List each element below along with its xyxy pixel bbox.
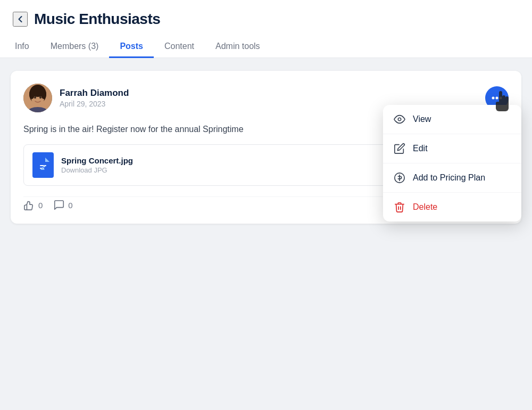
svg-point-10 (492, 97, 495, 100)
comment-action[interactable]: 0 (53, 199, 72, 211)
page-title: Music Enthusiasts (34, 11, 160, 28)
like-icon (23, 199, 35, 211)
post-author: Farrah Diamond April 29, 2023 (23, 84, 129, 112)
like-action[interactable]: 0 (23, 199, 43, 211)
author-info: Farrah Diamond April 29, 2023 (60, 88, 129, 108)
tab-posts[interactable]: Posts (109, 36, 154, 58)
attachment-download: Download JPG (61, 166, 133, 174)
avatar (23, 84, 52, 112)
dropdown-menu: View Edit Add to Pricing Plan (383, 105, 521, 222)
attachment-info: Spring Concert.jpg Download JPG (61, 156, 133, 174)
dropdown-item-view[interactable]: View (383, 105, 521, 134)
back-button[interactable] (13, 12, 28, 27)
dropdown-view-label: View (413, 114, 431, 124)
comment-icon (53, 199, 65, 211)
dropdown-item-delete[interactable]: Delete (383, 193, 521, 222)
dollar-icon (394, 172, 405, 184)
svg-point-11 (496, 97, 498, 100)
tab-admin-tools[interactable]: Admin tools (205, 36, 271, 58)
header-top: Music Enthusiasts (13, 11, 519, 28)
main-content: Farrah Diamond April 29, 2023 Spring is … (0, 58, 532, 236)
svg-point-7 (39, 96, 41, 99)
author-date: April 29, 2023 (60, 100, 129, 108)
tab-info[interactable]: Info (13, 36, 40, 58)
svg-point-12 (500, 97, 502, 100)
tab-members[interactable]: Members (3) (40, 36, 110, 58)
dropdown-edit-label: Edit (413, 144, 428, 153)
svg-point-6 (34, 96, 36, 99)
edit-icon (394, 143, 405, 154)
like-count: 0 (38, 201, 43, 210)
svg-point-4 (29, 89, 35, 99)
tab-content[interactable]: Content (154, 36, 205, 58)
comment-count: 0 (68, 201, 72, 210)
header: Music Enthusiasts Info Members (3) Posts… (0, 0, 532, 58)
dropdown-item-edit[interactable]: Edit (383, 134, 521, 163)
attachment-file-icon (32, 152, 54, 178)
attachment-name: Spring Concert.jpg (61, 156, 133, 165)
svg-rect-13 (40, 165, 46, 166)
svg-point-17 (398, 118, 401, 121)
dropdown-item-pricing[interactable]: Add to Pricing Plan (383, 163, 521, 193)
author-name: Farrah Diamond (60, 88, 129, 99)
svg-point-16 (43, 165, 45, 167)
eye-icon (394, 113, 405, 125)
tabs-nav: Info Members (3) Posts Content Admin too… (13, 36, 519, 58)
dropdown-delete-label: Delete (413, 202, 437, 212)
dropdown-pricing-label: Add to Pricing Plan (413, 173, 485, 183)
svg-point-5 (41, 89, 46, 99)
trash-icon (394, 201, 405, 213)
